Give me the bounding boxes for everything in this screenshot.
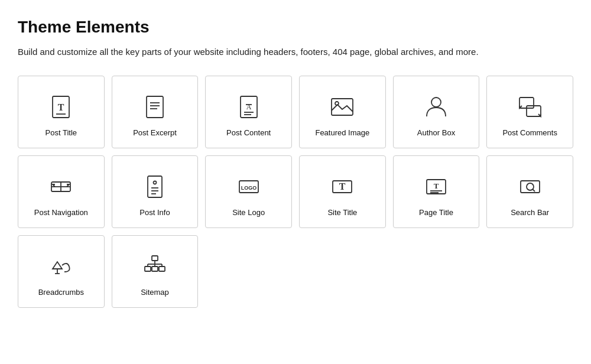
post-content-icon: A [235,93,263,121]
row-2: Post Navigation Post Info LOGO Site Logo… [18,155,573,228]
card-post-content-label: Post Content [226,128,271,137]
card-post-title[interactable]: T Post Title [18,76,105,148]
card-site-logo[interactable]: LOGO Site Logo [205,155,292,228]
page-subtitle: Build and customize all the key parts of… [18,45,573,59]
card-post-comments[interactable]: Post Comments [486,76,573,148]
svg-text:T: T [339,181,346,191]
card-post-navigation[interactable]: Post Navigation [18,155,105,228]
svg-text:T: T [58,102,64,112]
svg-rect-45 [152,266,158,271]
card-page-title-label: Page Title [419,208,453,217]
featured-image-icon [328,93,356,121]
card-search-bar-label: Search Bar [511,208,549,217]
svg-point-21 [153,181,156,184]
card-search-bar[interactable]: Search Bar [486,155,573,228]
svg-text:LOGO: LOGO [241,185,256,191]
post-info-icon [141,173,169,201]
card-site-title-label: Site Title [327,208,357,217]
site-logo-icon: LOGO [235,173,263,201]
empty-4 [486,235,573,308]
card-post-title-label: Post Title [46,128,77,137]
author-box-icon [422,93,450,121]
card-post-comments-label: Post Comments [502,128,557,137]
card-author-box[interactable]: Author Box [393,76,480,148]
card-post-content[interactable]: A Post Content [205,76,292,148]
post-title-icon: T [47,93,75,121]
svg-point-13 [335,102,339,105]
post-navigation-icon [47,173,75,201]
row-3: Breadcrumbs Sitemap [18,235,573,308]
card-post-excerpt-label: Post Excerpt [133,128,177,137]
card-site-title[interactable]: T Site Title [299,155,386,228]
empty-2 [299,235,386,308]
post-excerpt-icon [141,93,169,121]
card-post-excerpt[interactable]: Post Excerpt [112,76,199,148]
empty-3 [393,235,480,308]
page-title-icon: T [422,173,450,201]
sitemap-icon [141,252,169,281]
post-comments-icon [516,93,544,121]
svg-rect-38 [152,256,158,261]
page-title: Theme Elements [18,18,573,37]
card-post-info[interactable]: Post Info [112,155,199,228]
svg-rect-44 [145,266,151,271]
card-post-navigation-label: Post Navigation [34,208,88,217]
card-breadcrumbs-label: Breadcrumbs [38,288,84,297]
card-page-title[interactable]: T Page Title [393,155,480,228]
svg-rect-3 [147,96,163,118]
svg-rect-46 [159,266,165,271]
svg-text:T: T [434,181,439,190]
svg-point-14 [431,98,441,107]
card-featured-image[interactable]: Featured Image [299,76,386,148]
card-site-logo-label: Site Logo [232,208,265,217]
card-sitemap-label: Sitemap [141,288,169,297]
row-1: T Post Title Post Excerpt A Post Content [18,76,573,148]
svg-line-35 [532,189,535,191]
search-bar-icon [516,173,544,201]
site-title-icon: T [328,173,356,201]
card-post-info-label: Post Info [139,208,170,217]
card-sitemap[interactable]: Sitemap [112,235,199,308]
card-breadcrumbs[interactable]: Breadcrumbs [18,235,105,308]
breadcrumbs-icon [47,252,75,281]
svg-rect-33 [521,181,540,193]
card-featured-image-label: Featured Image [315,128,369,137]
empty-1 [205,235,292,308]
card-author-box-label: Author Box [417,128,455,137]
